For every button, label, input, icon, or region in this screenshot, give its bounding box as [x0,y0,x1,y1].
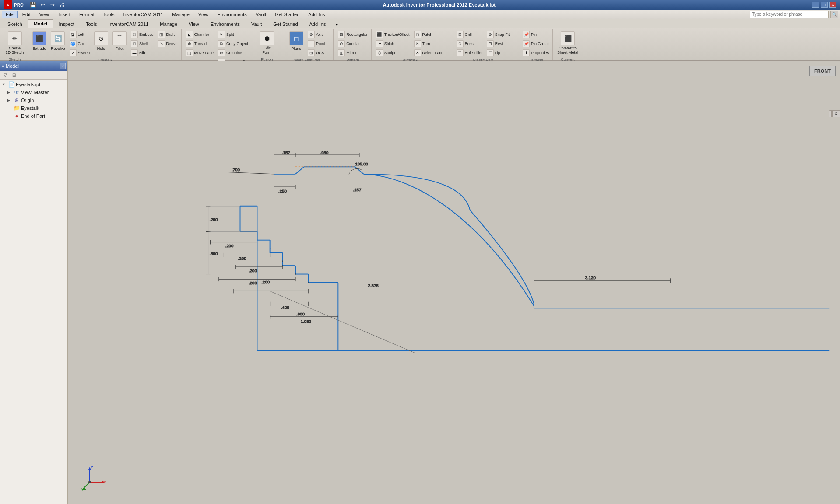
tab-addins[interactable]: Add-Ins [304,20,332,28]
axis-btn[interactable]: ⊕ Axis [306,30,327,39]
coil-btn[interactable]: 🌀 Coil [68,39,92,48]
patch-btn[interactable]: ◻ Patch [412,30,446,39]
menu-manage[interactable]: Manage [168,10,193,18]
delete-face-btn[interactable]: ✕ Delete Face [412,49,446,57]
menu-getstarted[interactable]: Get Started [271,10,303,18]
menu-tools[interactable]: Tools [99,10,119,18]
ribbon-group-fusion: ⬢ EditForm Fusion [254,29,280,60]
create-2d-sketch-btn[interactable]: ✏ Create2D Sketch [4,30,26,56]
edit-form-btn[interactable]: ⬢ EditForm [258,30,276,56]
move-face-btn[interactable]: ⬚ Move Face [184,49,216,57]
sculpt-btn[interactable]: ⬡ Sculpt [374,49,411,57]
minimize-btn[interactable]: — [812,2,819,8]
tab-manage[interactable]: Manage [154,20,183,28]
stitch-btn[interactable]: ⋯ Stitch [374,39,411,48]
sweep-btn[interactable]: ↗ Sweep [68,49,92,57]
menubar: File Edit View Insert Format Tools Inven… [0,10,840,19]
rectangular-btn[interactable]: ⊞ Rectangular [336,30,369,39]
boss-btn[interactable]: ⊙ Boss [455,39,484,48]
properties-btn[interactable]: ℹ Properties [521,49,551,57]
tree-item-end-of-part[interactable]: ● End of Part [0,112,67,120]
menu-file[interactable]: File [2,10,18,18]
loft-btn[interactable]: ◪ Loft [68,30,92,39]
titlebar-left: A PRO 💾 ↩ ↪ 🖨 [4,0,67,9]
tab-environments[interactable]: Environments [205,20,246,28]
derive-btn[interactable]: ↘ Derive [156,39,179,48]
menu-insert[interactable]: Insert [54,10,74,18]
thicken-offset-btn[interactable]: ⬛ Thicken/Offset [374,30,411,39]
fillet-btn[interactable]: ⌒ Fillet [111,30,128,52]
filter-icon[interactable]: ▽ [2,72,9,79]
mirror-btn[interactable]: ◫ Mirror [336,49,369,57]
tab-tools[interactable]: Tools [80,20,103,28]
viewport[interactable]: — □ ✕ [68,61,840,504]
hole-btn[interactable]: ⊙ Hole [92,30,110,52]
patch-label: Patch [422,32,432,37]
plane-btn[interactable]: ◻ Plane [288,30,305,52]
trim-btn[interactable]: ✂ Trim [412,39,446,48]
menu-view2[interactable]: View [194,10,213,18]
lip-btn[interactable]: ⌒ Lip [485,49,512,57]
tab-getstarted[interactable]: Get Started [267,20,303,28]
point-btn[interactable]: · Point [306,39,327,48]
svg-rect-0 [78,61,830,504]
split-btn[interactable]: ✂ Split [216,30,251,39]
chamfer-btn[interactable]: ◣ Chamfer [184,30,216,39]
menu-view[interactable]: View [35,10,54,18]
rule-fillet-btn[interactable]: ⌒ Rule Fillet [455,49,484,57]
rib-btn[interactable]: ▬ Rib [129,49,155,57]
menu-addins[interactable]: Add-Ins [304,10,329,18]
derive-label: Derive [166,42,178,46]
grill-btn[interactable]: ⊞ Grill [455,30,484,39]
titlebar-title: Autodesk Inventor Professional 2012 Eyes… [67,2,812,7]
tree-item-eyestalk[interactable]: 📁 Eyestalk [0,104,67,112]
menu-format[interactable]: Format [75,10,98,18]
tree-item-origin[interactable]: ▶ ⊕ Origin [0,96,67,104]
emboss-btn[interactable]: ⬡ Emboss [129,30,155,39]
search-input[interactable] [750,11,829,18]
menu-edit[interactable]: Edit [18,10,35,18]
tab-sketch[interactable]: Sketch [2,20,28,28]
draft-btn[interactable]: ◫ Draft [156,30,179,39]
undo-btn[interactable]: ↩ [39,0,47,9]
tab-view[interactable]: View [183,20,205,28]
ucs-btn[interactable]: ⊞ UCS [306,49,327,57]
search-icon[interactable]: 🔍 [830,11,838,18]
circular-btn[interactable]: ⊙ Circular [336,39,369,48]
menu-vault[interactable]: Vault [252,10,270,18]
copy-object-btn[interactable]: ⧉ Copy Object [216,39,251,48]
extrude-btn[interactable]: ⬛ Extrude [31,30,48,52]
model-panel-close-btn[interactable]: ? [60,63,66,69]
tree-item-eyestalk-ipt[interactable]: ▼ 📄 Eyestalk.ipt [0,80,67,88]
ribbon-group-sketch: ✏ Create2D Sketch Sketch [2,29,28,60]
svg-text:.200: .200 [261,280,270,284]
combine-btn[interactable]: ⊕ Combine [216,49,251,57]
pin-btn[interactable]: 📌 Pin [521,30,551,39]
expand-all-icon[interactable]: ⊞ [11,72,18,79]
svg-text:X: X [104,480,106,484]
convert-sheet-metal-btn[interactable]: ⬛ Convert toSheet Metal [555,30,580,56]
model-dropdown-arrow[interactable]: ▾ [2,64,4,69]
tree-item-view-master[interactable]: ▶ 👁 View: Master [0,88,67,96]
rest-label: Rest [495,42,503,46]
revolve-btn[interactable]: 🔄 Revolve [49,30,67,52]
rest-btn[interactable]: ⊡ Rest [485,39,512,48]
stitch-label: Stitch [384,42,394,46]
redo-btn[interactable]: ↪ [48,0,57,9]
main-area: ▾ Model ? ▽ ⊞ ▼ 📄 Eyestalk.ipt ▶ 👁 View:… [0,61,840,504]
pin-group-btn[interactable]: 📌 Pin Group [521,39,551,48]
snap-fit-btn[interactable]: ⊕ Snap Fit [485,30,512,39]
close-btn[interactable]: ✕ [829,2,836,8]
tab-model[interactable]: Model [28,19,53,28]
tab-vault[interactable]: Vault [246,20,267,28]
print-btn[interactable]: 🖨 [58,0,67,9]
thread-btn[interactable]: ⊕ Thread [184,39,216,48]
menu-environments[interactable]: Environments [214,10,251,18]
tab-inventorcam[interactable]: InventorCAM 2011 [103,20,155,28]
shell-btn[interactable]: □ Shell [129,39,155,48]
more-btn[interactable]: ▸ [333,21,341,28]
tab-inspect[interactable]: Inspect [53,20,80,28]
maximize-btn[interactable]: □ [821,2,828,8]
save-btn[interactable]: 💾 [29,0,38,9]
menu-inventorcam[interactable]: InventorCAM 2011 [119,10,167,18]
